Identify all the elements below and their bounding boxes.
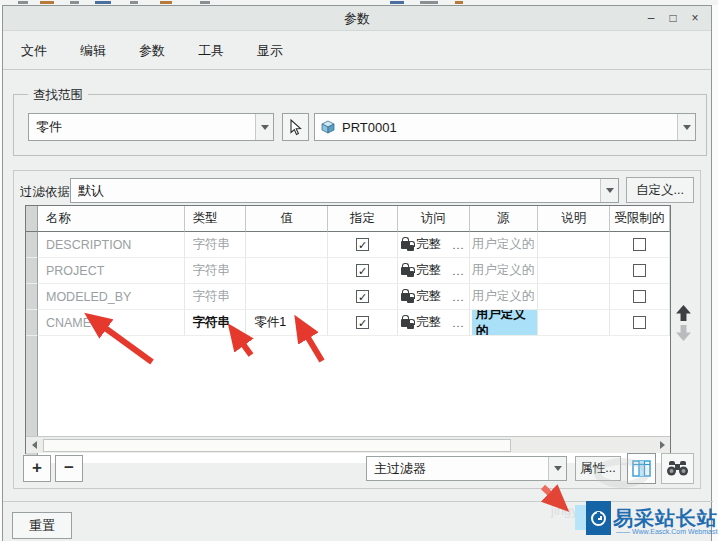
designate-checkbox[interactable]: ✓ xyxy=(356,316,369,329)
easck-sub-text: —— Www.Easck.Com Webmaster —— xyxy=(616,528,718,535)
header-name[interactable]: 名称 xyxy=(38,206,185,232)
param-source-highlighted: 用户定义的 xyxy=(472,310,538,336)
row-selector-header xyxy=(26,206,38,232)
chevron-down-icon[interactable] xyxy=(600,179,618,202)
chevron-down-icon[interactable] xyxy=(677,114,695,140)
param-name: DESCRIPTION xyxy=(38,232,185,258)
param-name: MODELED_BY xyxy=(38,284,185,310)
menu-tools[interactable]: 工具 xyxy=(194,39,228,63)
param-source: 用户定义的 xyxy=(470,232,539,258)
param-type: 字符串 xyxy=(185,232,247,258)
param-name: PROJECT xyxy=(38,258,185,284)
main-filter-value: 主过滤器 xyxy=(367,460,548,478)
target-model-value: PRT0001 xyxy=(335,120,677,135)
filter-by-label: 过滤依据 xyxy=(20,184,70,201)
scroll-right-button[interactable] xyxy=(654,437,670,453)
param-type: 字符串 xyxy=(185,258,247,284)
header-value[interactable]: 值 xyxy=(246,206,328,232)
pick-from-model-button[interactable] xyxy=(282,113,309,141)
access-more-button[interactable]: ... xyxy=(452,239,464,251)
title-bar[interactable]: 参数 – □ × xyxy=(3,6,711,31)
header-access[interactable]: 访问 xyxy=(398,206,470,232)
menu-file[interactable]: 文件 xyxy=(17,39,51,63)
minimize-button[interactable]: – xyxy=(643,9,659,27)
properties-button[interactable]: 属性... xyxy=(575,456,621,481)
screenshot-page: 参数 – □ × 文件 编辑 参数 工具 显示 查找范围 零件 xyxy=(0,0,718,541)
designate-checkbox[interactable]: ✓ xyxy=(356,264,369,277)
watermark-selection-block xyxy=(575,505,586,530)
table-row-project[interactable]: PROJECT 字符串 ✓ 完整... 用户定义的 xyxy=(26,258,670,284)
param-value xyxy=(246,284,328,310)
header-type[interactable]: 类型 xyxy=(185,206,247,232)
add-parameter-button[interactable]: + xyxy=(23,455,51,482)
table-row-description[interactable]: DESCRIPTION 字符串 ✓ 完整... 用户定义的 xyxy=(26,232,670,258)
designate-checkbox[interactable]: ✓ xyxy=(356,290,369,303)
chevron-down-icon[interactable] xyxy=(255,114,273,140)
access-more-button[interactable]: ... xyxy=(452,291,464,303)
binoculars-icon xyxy=(666,460,689,477)
param-type: 字符串 xyxy=(185,310,247,336)
restricted-checkbox[interactable] xyxy=(633,290,646,303)
close-button[interactable]: × xyxy=(687,9,703,27)
access-value: 完整 xyxy=(416,236,441,253)
move-down-button[interactable] xyxy=(675,324,692,341)
scope-combobox[interactable]: 零件 xyxy=(28,113,274,141)
look-in-group: 查找范围 零件 PRT0001 xyxy=(13,94,707,156)
dialog-title: 参数 xyxy=(3,10,711,28)
chevron-down-icon[interactable] xyxy=(548,457,566,480)
header-restricted[interactable]: 受限制的 xyxy=(610,206,670,232)
param-source: 用户定义的 xyxy=(470,258,539,284)
access-more-button[interactable]: ... xyxy=(452,265,464,277)
access-more-button[interactable]: ... xyxy=(452,317,464,329)
header-designate[interactable]: 指定 xyxy=(328,206,398,232)
table-row-modeled-by[interactable]: MODELED_BY 字符串 ✓ 完整... 用户定义的 xyxy=(26,284,670,310)
scroll-left-button[interactable] xyxy=(26,437,42,453)
parameters-table: 名称 类型 值 指定 访问 源 说明 受限制的 DESCRIPTION 字符串 … xyxy=(25,205,671,454)
part-cube-icon xyxy=(321,120,335,134)
table-columns-icon xyxy=(632,460,651,477)
main-filter-combobox[interactable]: 主过滤器 xyxy=(366,456,567,481)
lock-icon xyxy=(407,297,414,303)
row-selector[interactable] xyxy=(26,310,38,336)
remove-parameter-button[interactable]: − xyxy=(55,455,83,482)
menu-parameters[interactable]: 参数 xyxy=(135,39,169,63)
find-parameter-button[interactable] xyxy=(661,453,694,484)
access-value: 完整 xyxy=(416,262,441,279)
row-selector[interactable] xyxy=(26,258,38,284)
access-value: 完整 xyxy=(416,288,441,305)
header-source[interactable]: 源 xyxy=(470,206,539,232)
scope-value: 零件 xyxy=(29,118,255,136)
move-up-button[interactable] xyxy=(675,305,692,322)
table-row-cname[interactable]: CNAME 字符串 零件1 ✓ 完整... 用户定义的 xyxy=(26,310,670,336)
table-view-button[interactable] xyxy=(627,453,656,484)
filter-combobox[interactable]: 默认 xyxy=(70,178,619,203)
restricted-checkbox[interactable] xyxy=(633,238,646,251)
horizontal-scrollbar[interactable] xyxy=(26,436,670,453)
param-description xyxy=(538,284,610,310)
restricted-checkbox[interactable] xyxy=(633,316,646,329)
menu-edit[interactable]: 编辑 xyxy=(76,39,110,63)
row-selector[interactable] xyxy=(26,232,38,258)
maximize-button[interactable]: □ xyxy=(665,9,681,27)
param-description xyxy=(538,310,610,336)
designate-checkbox[interactable]: ✓ xyxy=(356,238,369,251)
menu-show[interactable]: 显示 xyxy=(253,39,287,63)
param-value: 零件1 xyxy=(246,310,328,336)
customize-button[interactable]: 自定义... xyxy=(626,177,694,203)
target-model-combobox[interactable]: PRT0001 xyxy=(314,113,696,141)
scrollbar-thumb[interactable] xyxy=(43,439,511,452)
param-type: 字符串 xyxy=(185,284,247,310)
reset-button[interactable]: 重置 xyxy=(12,512,72,539)
param-description xyxy=(538,232,610,258)
lock-icon xyxy=(407,323,414,329)
faint-watermark-text: jingy xyxy=(551,503,578,518)
header-description[interactable]: 说明 xyxy=(538,206,610,232)
row-selector[interactable] xyxy=(26,284,38,310)
cursor-arrow-icon xyxy=(289,119,302,136)
param-value xyxy=(246,258,328,284)
parameters-dialog: 参数 – □ × 文件 编辑 参数 工具 显示 查找范围 零件 xyxy=(2,5,712,541)
access-value: 完整 xyxy=(416,314,441,331)
restricted-checkbox[interactable] xyxy=(633,264,646,277)
param-value xyxy=(246,232,328,258)
filter-table-group: 过滤依据 默认 自定义... 名称 类型 值 指定 访问 源 说明 受限制的 xyxy=(13,170,701,489)
